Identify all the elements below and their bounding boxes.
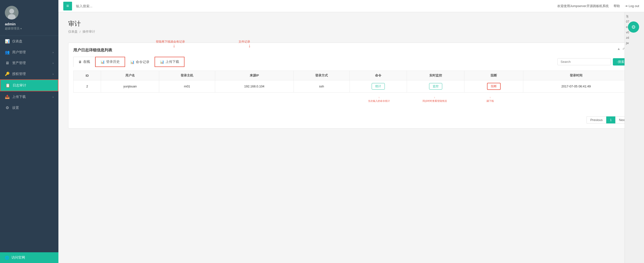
monitor-button[interactable]: 监控 [429, 83, 442, 90]
website-icon: 🌐 [5, 256, 9, 259]
sidebar-item-label: 用户管理 [12, 50, 26, 55]
code-6: jw [626, 41, 643, 45]
sidebar: admin 超级管理员 ▾ 📊 仪表盘 👥 用户管理 › 🖥 资产管理 › 🔑 … [0, 0, 58, 263]
chevron-right-icon: › [52, 62, 54, 65]
sidebar-item-user-mgmt[interactable]: 👥 用户管理 › [0, 47, 58, 58]
table-header: ID 用户名 登录主机 来源IP 登录方式 命令 实时监控 阻断 登录时间 [74, 71, 629, 80]
dashboard-icon: 📊 [5, 39, 10, 44]
tab-upload-download-label: 上传下载 [166, 60, 179, 64]
gear-icon: ⚙ [631, 24, 636, 30]
card-title: 用户日志详细信息列表 [73, 48, 629, 53]
breadcrumb-separator: / [80, 30, 80, 34]
sidebar-item-asset-mgmt[interactable]: 🖥 资产管理 › [0, 58, 58, 68]
username-label: admin [5, 22, 16, 26]
upload-dl-icon: 📤 [5, 95, 10, 99]
tab-cmd-record-label: 命令记录 [136, 60, 150, 64]
asset-mgmt-icon: 🖥 [5, 61, 10, 65]
annotation-login: 登陆再下线就会有记录 [156, 40, 185, 44]
cell-id: 2 [74, 80, 101, 93]
block-button[interactable]: 阻断 [487, 83, 501, 90]
tab-upload-download[interactable]: 📊 上传下载 [154, 57, 184, 67]
sidebar-item-label: 授权管理 [12, 72, 26, 76]
logout-label: Log out [629, 4, 639, 8]
tab-login-history[interactable]: 📊 登录历史 [95, 57, 125, 67]
col-block: 阻断 [464, 71, 523, 80]
breadcrumb-current: 操作审计 [82, 30, 95, 34]
sidebar-item-settings[interactable]: ⚙ 设置 [0, 102, 58, 113]
auth-mgmt-icon: 🔑 [5, 72, 10, 76]
col-login-time: 登录时间 [523, 71, 629, 80]
table-wrapper: ID 用户名 登录主机 来源IP 登录方式 命令 实时监控 阻断 登录时间 [73, 71, 629, 113]
help-link[interactable]: 帮助 [614, 4, 620, 8]
cmd-stats-button[interactable]: 统计 [372, 83, 385, 90]
table-row: 2 yunjisuan m01 192.168.0.104 ssh 统计 监控 [74, 80, 629, 93]
sidebar-item-label: 资产管理 [12, 61, 26, 65]
menu-toggle-button[interactable]: ≡ [63, 2, 72, 11]
sidebar-item-auth-mgmt[interactable]: 🔑 授权管理 › [0, 68, 58, 79]
gear-settings-button[interactable]: ⚙ [628, 22, 639, 33]
main-area: ≡ 欢迎使用Jumpserver开源跳板机系统 帮助 ⇥ Log out 审计 … [58, 0, 644, 263]
breadcrumb: 仪表盘 / 操作审计 [68, 30, 634, 34]
svg-point-1 [9, 9, 14, 14]
search-input[interactable] [557, 58, 611, 65]
annotation-login-arrow: ↓ [173, 43, 175, 48]
page-title: 审计 [68, 20, 634, 28]
cell-host: m01 [159, 80, 215, 93]
block-annotation: ↑ 踢下线 [462, 96, 518, 103]
collapse-icon[interactable]: ▲ [617, 47, 620, 51]
col-username: 用户名 [101, 71, 159, 80]
annotation-file-arrow: ↓ [248, 43, 251, 48]
cmd-annotation: ↑ 当次输入的命令统计 [351, 96, 407, 103]
sidebar-item-label: 日志审计 [13, 83, 26, 88]
header: ≡ 欢迎使用Jumpserver开源跳板机系统 帮助 ⇥ Log out [58, 0, 644, 12]
monitor-icon: 🖥 [78, 60, 82, 64]
chart2-icon: 📊 [130, 60, 134, 64]
below-table-annotations: ↑ 当次输入的命令统计 ↑ 同步时时查看登陆情况 ↑ 踢下线 [73, 93, 629, 113]
sidebar-item-label: 仪表盘 [12, 39, 22, 44]
user-profile: admin 超级管理员 ▾ [0, 0, 58, 36]
sidebar-item-upload-dl[interactable]: 📤 上传下载 › [0, 91, 58, 102]
monitor-annotation: ↑ 同步时时查看登陆情况 [407, 96, 462, 103]
prev-page-button[interactable]: Previous [586, 116, 606, 123]
col-host: 登录主机 [159, 71, 215, 80]
code-5: zd [626, 36, 643, 40]
sidebar-item-log-audit[interactable]: 📋 日志审计 [0, 79, 58, 91]
welcome-text: 欢迎使用Jumpserver开源跳板机系统 [557, 4, 609, 8]
hamburger-icon: ≡ [66, 4, 69, 9]
tab-online[interactable]: 🖥 在线 [73, 57, 95, 67]
right-code-strip: 3j 07 e2 v0 zd jw [624, 12, 644, 263]
col-monitor: 实时监控 [407, 71, 464, 80]
role-dropdown-icon[interactable]: ▾ [20, 27, 22, 30]
pagination: Previous 1 Next [73, 116, 629, 123]
website-label: 访问官网 [12, 255, 25, 260]
code-1: 3j [626, 15, 643, 18]
sidebar-nav: 📊 仪表盘 👥 用户管理 › 🖥 资产管理 › 🔑 授权管理 › 📋 日志审计 … [0, 36, 58, 252]
cell-login-time: 2017-07-05 06:41:49 [523, 80, 629, 93]
avatar [5, 6, 18, 20]
sidebar-item-dashboard[interactable]: 📊 仪表盘 [0, 36, 58, 47]
sidebar-item-website[interactable]: 🌐 访问官网 [0, 252, 58, 263]
chevron-right-icon: › [52, 95, 54, 98]
chart3-icon: 📊 [160, 60, 164, 64]
tab-login-history-label: 登录历史 [106, 60, 120, 64]
logout-icon: ⇥ [625, 4, 628, 8]
sidebar-item-label: 设置 [12, 106, 19, 110]
log-detail-card: ▲ ✐ ✕ 用户日志详细信息列表 🖥 在线 📊 登录历史 [68, 43, 634, 129]
cell-source-ip: 192.168.0.104 [215, 80, 294, 93]
cell-username: yunjisuan [101, 80, 159, 93]
breadcrumb-home[interactable]: 仪表盘 [68, 30, 78, 34]
user-mgmt-icon: 👥 [5, 50, 10, 55]
header-search-input[interactable] [76, 4, 554, 8]
chart-icon: 📊 [100, 60, 105, 64]
tab-list: 🖥 在线 📊 登录历史 📊 命令记录 📊 [73, 57, 557, 67]
tab-cmd-record[interactable]: 📊 命令记录 [125, 57, 154, 67]
logout-button[interactable]: ⇥ Log out [625, 4, 639, 8]
current-page-button[interactable]: 1 [606, 116, 615, 123]
col-id: ID [74, 71, 101, 80]
sidebar-item-label: 上传下载 [12, 95, 26, 99]
table-body: 2 yunjisuan m01 192.168.0.104 ssh 统计 监控 [74, 80, 629, 93]
settings-icon: ⚙ [5, 105, 10, 110]
header-right: 欢迎使用Jumpserver开源跳板机系统 帮助 ⇥ Log out [557, 4, 639, 8]
log-table: ID 用户名 登录主机 来源IP 登录方式 命令 实时监控 阻断 登录时间 [73, 71, 629, 93]
col-login-method: 登录方式 [294, 71, 350, 80]
